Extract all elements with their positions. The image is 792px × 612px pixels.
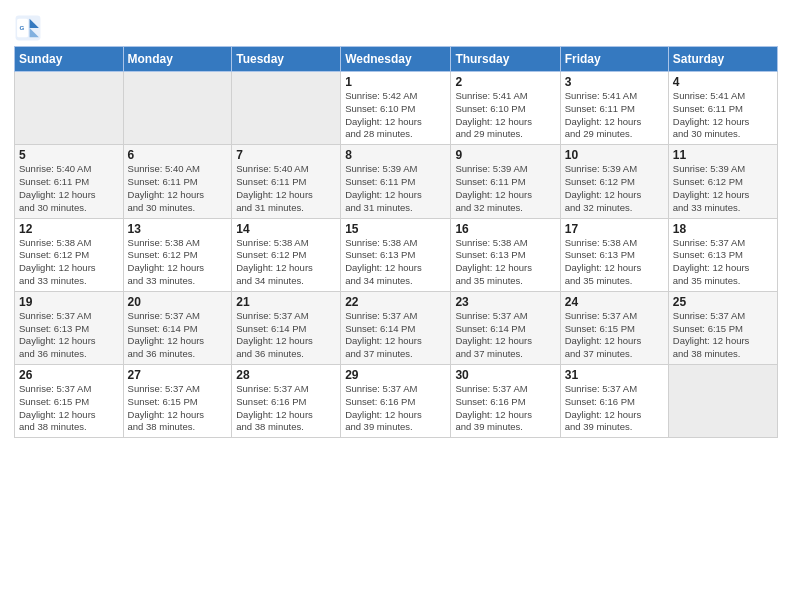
day-info: Sunrise: 5:37 AM Sunset: 6:15 PM Dayligh…: [673, 310, 773, 361]
day-info: Sunrise: 5:38 AM Sunset: 6:12 PM Dayligh…: [19, 237, 119, 288]
calendar-cell: 30Sunrise: 5:37 AM Sunset: 6:16 PM Dayli…: [451, 365, 560, 438]
calendar-cell: 27Sunrise: 5:37 AM Sunset: 6:15 PM Dayli…: [123, 365, 232, 438]
calendar-week-1: 5Sunrise: 5:40 AM Sunset: 6:11 PM Daylig…: [15, 145, 778, 218]
day-number: 18: [673, 222, 773, 236]
day-number: 7: [236, 148, 336, 162]
day-number: 4: [673, 75, 773, 89]
calendar-cell: 10Sunrise: 5:39 AM Sunset: 6:12 PM Dayli…: [560, 145, 668, 218]
calendar-cell: [15, 72, 124, 145]
calendar-cell: 19Sunrise: 5:37 AM Sunset: 6:13 PM Dayli…: [15, 291, 124, 364]
calendar-cell: 20Sunrise: 5:37 AM Sunset: 6:14 PM Dayli…: [123, 291, 232, 364]
col-header-monday: Monday: [123, 47, 232, 72]
day-number: 20: [128, 295, 228, 309]
day-number: 3: [565, 75, 664, 89]
calendar-header-row: SundayMondayTuesdayWednesdayThursdayFrid…: [15, 47, 778, 72]
day-info: Sunrise: 5:37 AM Sunset: 6:16 PM Dayligh…: [455, 383, 555, 434]
calendar-cell: 15Sunrise: 5:38 AM Sunset: 6:13 PM Dayli…: [341, 218, 451, 291]
day-info: Sunrise: 5:39 AM Sunset: 6:11 PM Dayligh…: [345, 163, 446, 214]
calendar-cell: [668, 365, 777, 438]
calendar-cell: 28Sunrise: 5:37 AM Sunset: 6:16 PM Dayli…: [232, 365, 341, 438]
day-info: Sunrise: 5:40 AM Sunset: 6:11 PM Dayligh…: [128, 163, 228, 214]
day-info: Sunrise: 5:40 AM Sunset: 6:11 PM Dayligh…: [19, 163, 119, 214]
day-number: 15: [345, 222, 446, 236]
day-info: Sunrise: 5:37 AM Sunset: 6:16 PM Dayligh…: [236, 383, 336, 434]
calendar-week-0: 1Sunrise: 5:42 AM Sunset: 6:10 PM Daylig…: [15, 72, 778, 145]
day-number: 23: [455, 295, 555, 309]
day-number: 2: [455, 75, 555, 89]
col-header-wednesday: Wednesday: [341, 47, 451, 72]
calendar-cell: 1Sunrise: 5:42 AM Sunset: 6:10 PM Daylig…: [341, 72, 451, 145]
day-info: Sunrise: 5:37 AM Sunset: 6:14 PM Dayligh…: [128, 310, 228, 361]
calendar-table: SundayMondayTuesdayWednesdayThursdayFrid…: [14, 46, 778, 438]
logo: G: [14, 14, 46, 42]
day-number: 5: [19, 148, 119, 162]
calendar-cell: 18Sunrise: 5:37 AM Sunset: 6:13 PM Dayli…: [668, 218, 777, 291]
day-info: Sunrise: 5:37 AM Sunset: 6:15 PM Dayligh…: [128, 383, 228, 434]
calendar-cell: 4Sunrise: 5:41 AM Sunset: 6:11 PM Daylig…: [668, 72, 777, 145]
calendar-cell: 3Sunrise: 5:41 AM Sunset: 6:11 PM Daylig…: [560, 72, 668, 145]
day-info: Sunrise: 5:37 AM Sunset: 6:16 PM Dayligh…: [345, 383, 446, 434]
calendar-cell: 25Sunrise: 5:37 AM Sunset: 6:15 PM Dayli…: [668, 291, 777, 364]
col-header-tuesday: Tuesday: [232, 47, 341, 72]
calendar-week-3: 19Sunrise: 5:37 AM Sunset: 6:13 PM Dayli…: [15, 291, 778, 364]
day-info: Sunrise: 5:37 AM Sunset: 6:13 PM Dayligh…: [673, 237, 773, 288]
calendar-cell: 6Sunrise: 5:40 AM Sunset: 6:11 PM Daylig…: [123, 145, 232, 218]
col-header-saturday: Saturday: [668, 47, 777, 72]
day-info: Sunrise: 5:37 AM Sunset: 6:14 PM Dayligh…: [236, 310, 336, 361]
day-info: Sunrise: 5:41 AM Sunset: 6:10 PM Dayligh…: [455, 90, 555, 141]
svg-text:G: G: [19, 24, 24, 31]
day-info: Sunrise: 5:38 AM Sunset: 6:13 PM Dayligh…: [345, 237, 446, 288]
day-info: Sunrise: 5:37 AM Sunset: 6:15 PM Dayligh…: [19, 383, 119, 434]
day-info: Sunrise: 5:41 AM Sunset: 6:11 PM Dayligh…: [673, 90, 773, 141]
calendar-cell: 17Sunrise: 5:38 AM Sunset: 6:13 PM Dayli…: [560, 218, 668, 291]
day-info: Sunrise: 5:40 AM Sunset: 6:11 PM Dayligh…: [236, 163, 336, 214]
day-info: Sunrise: 5:37 AM Sunset: 6:16 PM Dayligh…: [565, 383, 664, 434]
day-info: Sunrise: 5:39 AM Sunset: 6:12 PM Dayligh…: [673, 163, 773, 214]
calendar-week-2: 12Sunrise: 5:38 AM Sunset: 6:12 PM Dayli…: [15, 218, 778, 291]
day-number: 12: [19, 222, 119, 236]
day-number: 29: [345, 368, 446, 382]
col-header-sunday: Sunday: [15, 47, 124, 72]
page: G SundayMondayTuesdayWednesdayThursdayFr…: [0, 0, 792, 612]
day-info: Sunrise: 5:38 AM Sunset: 6:12 PM Dayligh…: [128, 237, 228, 288]
day-number: 26: [19, 368, 119, 382]
calendar-cell: 22Sunrise: 5:37 AM Sunset: 6:14 PM Dayli…: [341, 291, 451, 364]
calendar-cell: 31Sunrise: 5:37 AM Sunset: 6:16 PM Dayli…: [560, 365, 668, 438]
calendar-cell: 23Sunrise: 5:37 AM Sunset: 6:14 PM Dayli…: [451, 291, 560, 364]
day-info: Sunrise: 5:38 AM Sunset: 6:12 PM Dayligh…: [236, 237, 336, 288]
calendar-cell: 12Sunrise: 5:38 AM Sunset: 6:12 PM Dayli…: [15, 218, 124, 291]
calendar-cell: 26Sunrise: 5:37 AM Sunset: 6:15 PM Dayli…: [15, 365, 124, 438]
calendar-cell: 8Sunrise: 5:39 AM Sunset: 6:11 PM Daylig…: [341, 145, 451, 218]
calendar-cell: [123, 72, 232, 145]
day-number: 13: [128, 222, 228, 236]
day-number: 22: [345, 295, 446, 309]
day-number: 19: [19, 295, 119, 309]
logo-icon: G: [14, 14, 42, 42]
day-number: 21: [236, 295, 336, 309]
calendar-cell: 21Sunrise: 5:37 AM Sunset: 6:14 PM Dayli…: [232, 291, 341, 364]
calendar-cell: 2Sunrise: 5:41 AM Sunset: 6:10 PM Daylig…: [451, 72, 560, 145]
day-info: Sunrise: 5:38 AM Sunset: 6:13 PM Dayligh…: [455, 237, 555, 288]
day-number: 8: [345, 148, 446, 162]
day-info: Sunrise: 5:38 AM Sunset: 6:13 PM Dayligh…: [565, 237, 664, 288]
day-number: 10: [565, 148, 664, 162]
calendar-cell: 16Sunrise: 5:38 AM Sunset: 6:13 PM Dayli…: [451, 218, 560, 291]
day-info: Sunrise: 5:39 AM Sunset: 6:12 PM Dayligh…: [565, 163, 664, 214]
calendar-week-4: 26Sunrise: 5:37 AM Sunset: 6:15 PM Dayli…: [15, 365, 778, 438]
calendar-cell: 11Sunrise: 5:39 AM Sunset: 6:12 PM Dayli…: [668, 145, 777, 218]
day-info: Sunrise: 5:37 AM Sunset: 6:13 PM Dayligh…: [19, 310, 119, 361]
day-info: Sunrise: 5:37 AM Sunset: 6:15 PM Dayligh…: [565, 310, 664, 361]
calendar-cell: 13Sunrise: 5:38 AM Sunset: 6:12 PM Dayli…: [123, 218, 232, 291]
day-info: Sunrise: 5:39 AM Sunset: 6:11 PM Dayligh…: [455, 163, 555, 214]
day-number: 28: [236, 368, 336, 382]
day-info: Sunrise: 5:42 AM Sunset: 6:10 PM Dayligh…: [345, 90, 446, 141]
day-number: 30: [455, 368, 555, 382]
day-number: 27: [128, 368, 228, 382]
day-info: Sunrise: 5:41 AM Sunset: 6:11 PM Dayligh…: [565, 90, 664, 141]
day-number: 6: [128, 148, 228, 162]
day-number: 9: [455, 148, 555, 162]
day-info: Sunrise: 5:37 AM Sunset: 6:14 PM Dayligh…: [455, 310, 555, 361]
day-number: 16: [455, 222, 555, 236]
day-number: 31: [565, 368, 664, 382]
calendar-cell: 29Sunrise: 5:37 AM Sunset: 6:16 PM Dayli…: [341, 365, 451, 438]
